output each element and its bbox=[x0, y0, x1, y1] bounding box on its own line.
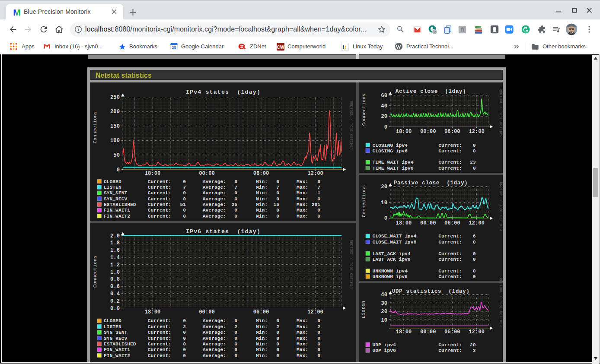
svg-text:Min:: Min: bbox=[256, 353, 268, 358]
svg-text:51: 51 bbox=[180, 202, 186, 207]
svg-text:?: ? bbox=[434, 30, 436, 34]
svg-text:0: 0 bbox=[473, 269, 476, 274]
svg-text:0: 0 bbox=[276, 208, 279, 213]
svg-text:1: 1 bbox=[317, 190, 320, 196]
svg-text:0.8: 0.8 bbox=[110, 276, 120, 282]
svg-text:0: 0 bbox=[276, 342, 279, 347]
svg-text:SYN_RECV: SYN_RECV bbox=[104, 336, 127, 341]
svg-text:06:00: 06:00 bbox=[253, 171, 269, 177]
svg-text:0: 0 bbox=[183, 353, 186, 358]
svg-text:Connections: Connections bbox=[361, 94, 367, 126]
svg-text:RRDTOOL / TOBI OETIKER: RRDTOOL / TOBI OETIKER bbox=[349, 240, 353, 288]
svg-text:0: 0 bbox=[473, 143, 476, 148]
svg-text:ESTABLISHED: ESTABLISHED bbox=[104, 342, 136, 347]
svg-text:Min:: Min: bbox=[256, 336, 268, 341]
svg-text:CLOSE_WAIT ipv6: CLOSE_WAIT ipv6 bbox=[373, 240, 417, 245]
svg-text:0: 0 bbox=[183, 336, 186, 341]
svg-text:Current:: Current: bbox=[148, 347, 171, 352]
svg-text:LISTEN: LISTEN bbox=[104, 324, 121, 329]
svg-text:Min:: Min: bbox=[256, 185, 268, 190]
svg-text:0: 0 bbox=[276, 190, 279, 196]
svg-text:0: 0 bbox=[234, 179, 237, 184]
svg-text:0: 0 bbox=[234, 342, 237, 347]
svg-text:0: 0 bbox=[473, 257, 476, 262]
svg-text:23: 23 bbox=[470, 160, 476, 165]
svg-text:7: 7 bbox=[183, 185, 186, 190]
svg-text:0: 0 bbox=[183, 330, 186, 335]
svg-text:18:00: 18:00 bbox=[145, 171, 161, 177]
svg-text:12:00: 12:00 bbox=[469, 129, 485, 135]
svg-text:0: 0 bbox=[473, 149, 476, 154]
svg-text:l: l bbox=[343, 44, 345, 50]
svg-text:00:00: 00:00 bbox=[199, 171, 215, 177]
svg-text:Max:: Max: bbox=[297, 196, 308, 202]
svg-text:SYN_SENT: SYN_SENT bbox=[104, 330, 127, 335]
svg-text:Current:: Current: bbox=[438, 149, 462, 154]
svg-text:06:00: 06:00 bbox=[444, 329, 460, 335]
svg-text:Current:: Current: bbox=[148, 190, 171, 196]
svg-text:0: 0 bbox=[234, 196, 237, 202]
svg-text:0: 0 bbox=[276, 318, 279, 323]
svg-text:Current:: Current: bbox=[438, 166, 462, 171]
svg-text:250: 250 bbox=[110, 95, 120, 101]
svg-text:Min:: Min: bbox=[256, 196, 268, 202]
svg-text:0: 0 bbox=[317, 336, 320, 341]
svg-text:0: 0 bbox=[317, 342, 320, 347]
svg-text:0: 0 bbox=[234, 347, 237, 352]
svg-text:0: 0 bbox=[317, 214, 320, 219]
svg-text:0: 0 bbox=[234, 318, 237, 323]
svg-text:Max:: Max: bbox=[297, 353, 308, 358]
svg-text:00:00: 00:00 bbox=[199, 309, 215, 315]
svg-text:Current:: Current: bbox=[148, 342, 171, 347]
svg-text:LAST_ACK ipv6: LAST_ACK ipv6 bbox=[373, 257, 411, 262]
svg-text:Max:: Max: bbox=[297, 208, 308, 213]
svg-text:RRDTOOL / TOBI OETIKER: RRDTOOL / TOBI OETIKER bbox=[498, 182, 503, 231]
svg-text:0: 0 bbox=[473, 166, 476, 171]
svg-text:CLOSED: CLOSED bbox=[104, 179, 121, 184]
svg-text:Current:: Current: bbox=[148, 196, 171, 202]
svg-text:0.6: 0.6 bbox=[110, 284, 120, 290]
svg-text:0: 0 bbox=[183, 196, 186, 202]
svg-text:20: 20 bbox=[470, 342, 476, 348]
svg-text:0: 0 bbox=[234, 336, 237, 341]
svg-text:TIME_WAIT ipv4: TIME_WAIT ipv4 bbox=[373, 160, 414, 165]
svg-text:Average:: Average: bbox=[203, 202, 226, 207]
svg-text:Min:: Min: bbox=[256, 342, 268, 347]
svg-text:6: 6 bbox=[473, 234, 476, 239]
svg-text:2: 2 bbox=[276, 324, 279, 329]
svg-text:Average:: Average: bbox=[203, 330, 226, 335]
svg-text:0: 0 bbox=[183, 190, 186, 196]
svg-text:Max:: Max: bbox=[297, 202, 308, 207]
svg-text:0: 0 bbox=[183, 318, 186, 323]
svg-text:Average:: Average: bbox=[203, 190, 226, 196]
svg-text:28: 28 bbox=[172, 45, 176, 50]
svg-text:0: 0 bbox=[276, 179, 279, 184]
svg-text:18:00: 18:00 bbox=[396, 220, 412, 226]
svg-text:1.4: 1.4 bbox=[110, 255, 120, 261]
svg-text:Average:: Average: bbox=[203, 179, 226, 184]
svg-text:100: 100 bbox=[110, 138, 120, 144]
svg-text:0: 0 bbox=[317, 318, 320, 323]
svg-text:00:00: 00:00 bbox=[420, 220, 436, 226]
svg-text:Max:: Max: bbox=[297, 342, 308, 347]
svg-text:FIN_WAIT1: FIN_WAIT1 bbox=[104, 347, 130, 352]
svg-text:0: 0 bbox=[183, 179, 186, 184]
svg-text:0: 0 bbox=[183, 342, 186, 347]
svg-text:0: 0 bbox=[276, 196, 279, 202]
svg-text:Min:: Min: bbox=[256, 179, 268, 184]
svg-text:200: 200 bbox=[110, 109, 120, 115]
svg-text:2.0: 2.0 bbox=[110, 233, 120, 239]
svg-text:0: 0 bbox=[183, 214, 186, 219]
svg-text:0: 0 bbox=[473, 274, 476, 279]
svg-text:Min:: Min: bbox=[256, 214, 268, 219]
svg-text:Min:: Min: bbox=[256, 190, 268, 196]
svg-text:30: 30 bbox=[381, 301, 387, 307]
svg-text:1.6: 1.6 bbox=[110, 247, 120, 253]
svg-text:Current:: Current: bbox=[438, 274, 462, 279]
svg-text:0: 0 bbox=[234, 190, 237, 196]
svg-text:12:00: 12:00 bbox=[469, 329, 485, 335]
svg-text:Min:: Min: bbox=[256, 318, 268, 323]
svg-text:IPv6 states (1day): IPv6 states (1day) bbox=[186, 228, 261, 235]
svg-text:0: 0 bbox=[473, 251, 476, 256]
svg-text:Current:: Current: bbox=[148, 202, 171, 207]
